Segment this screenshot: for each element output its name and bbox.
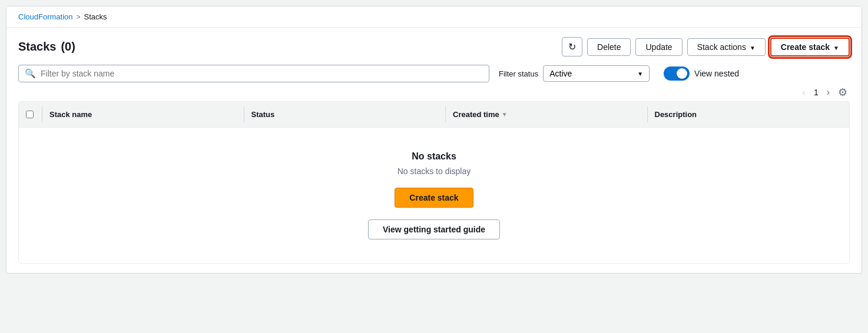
stack-actions-button[interactable]: Stack actions (687, 38, 766, 56)
create-stack-button[interactable]: Create stack (770, 38, 850, 56)
empty-state-subtitle: No stacks to display (31, 166, 837, 176)
view-nested-toggle[interactable] (664, 66, 690, 81)
select-all-checkbox[interactable] (26, 111, 34, 118)
breadcrumb: CloudFormation > Stacks (6, 6, 862, 28)
header-actions: ↻ Delete Update Stack actions Create sta… (562, 37, 850, 56)
table-col-created-time[interactable]: Created time ▼ (446, 106, 648, 122)
breadcrumb-parent[interactable]: CloudFormation (18, 12, 73, 21)
stack-actions-chevron-icon (750, 42, 756, 52)
view-guide-button[interactable]: View getting started guide (368, 219, 500, 239)
refresh-button[interactable]: ↻ (562, 37, 582, 56)
empty-state-actions: Create stack View getting started guide (31, 188, 837, 239)
delete-button[interactable]: Delete (587, 38, 631, 56)
search-icon: 🔍 (25, 68, 36, 79)
sort-icon: ▼ (502, 111, 508, 118)
view-nested-label: View nested (694, 69, 739, 78)
status-select-wrapper[interactable]: Active All CREATE_COMPLETE UPDATE_COMPLE… (543, 65, 650, 82)
filter-status-label: Filter status (499, 69, 538, 78)
table-header: Stack name Status Created time ▼ Descrip… (19, 102, 849, 128)
pagination-prev-button[interactable]: ‹ (799, 86, 809, 99)
filter-status-group: Filter status Active All CREATE_COMPLETE… (499, 65, 650, 82)
page-title: Stacks (0) (18, 40, 75, 54)
search-input[interactable] (41, 69, 483, 78)
empty-create-stack-button[interactable]: Create stack (395, 188, 473, 208)
table-col-description: Description (648, 106, 850, 122)
empty-state: No stacks No stacks to display Create st… (19, 128, 849, 263)
table-col-status[interactable]: Status (244, 106, 446, 122)
empty-state-title: No stacks (31, 151, 837, 162)
table-col-checkbox (19, 106, 42, 122)
pagination-row: ‹ 1 › ⚙ (18, 86, 850, 99)
view-nested-group: View nested (664, 66, 739, 81)
refresh-icon: ↻ (568, 41, 576, 52)
breadcrumb-current: Stacks (84, 12, 107, 21)
search-wrapper: 🔍 (18, 65, 489, 82)
status-select-chevron-icon: ▼ (637, 71, 643, 77)
breadcrumb-separator: > (77, 13, 81, 21)
create-stack-chevron-icon (833, 42, 839, 52)
page-header: Stacks (0) ↻ Delete Update Stack actions… (18, 37, 850, 56)
update-button[interactable]: Update (635, 38, 682, 56)
table-col-stack-name[interactable]: Stack name (42, 106, 244, 122)
pagination-next-button[interactable]: › (823, 86, 833, 99)
pagination-current: 1 (814, 88, 819, 97)
status-select[interactable]: Active All CREATE_COMPLETE UPDATE_COMPLE… (549, 69, 632, 78)
filter-row: 🔍 Filter status Active All CREATE_COMPLE… (18, 65, 850, 82)
settings-icon[interactable]: ⚙ (838, 86, 847, 99)
stacks-table: Stack name Status Created time ▼ Descrip… (18, 101, 850, 264)
